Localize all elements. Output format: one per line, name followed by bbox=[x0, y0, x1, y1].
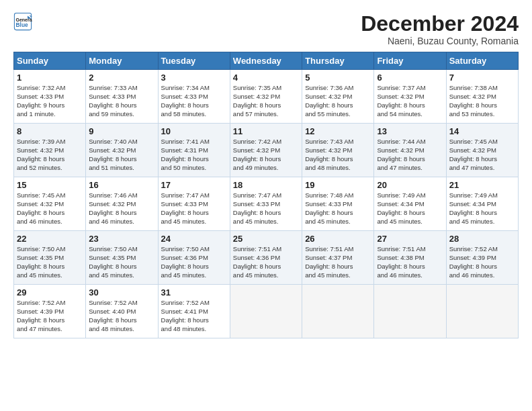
day-info: Sunrise: 7:50 AM Sunset: 4:35 PM Dayligh… bbox=[17, 245, 83, 279]
day-cell: 11Sunrise: 7:42 AM Sunset: 4:32 PM Dayli… bbox=[230, 124, 302, 177]
day-cell: 13Sunrise: 7:44 AM Sunset: 4:32 PM Dayli… bbox=[374, 124, 446, 177]
header-cell-wednesday: Wednesday bbox=[230, 52, 302, 70]
day-number: 3 bbox=[161, 73, 227, 83]
calendar-page: General Blue December 2024 Naeni, Buzau … bbox=[0, 0, 532, 411]
day-number: 5 bbox=[305, 73, 371, 83]
day-number: 4 bbox=[233, 73, 299, 83]
day-number: 23 bbox=[89, 234, 154, 244]
day-cell bbox=[230, 285, 302, 338]
day-cell: 31Sunrise: 7:52 AM Sunset: 4:41 PM Dayli… bbox=[158, 285, 230, 338]
day-info: Sunrise: 7:49 AM Sunset: 4:34 PM Dayligh… bbox=[449, 191, 515, 226]
day-info: Sunrise: 7:48 AM Sunset: 4:33 PM Dayligh… bbox=[305, 191, 371, 226]
day-cell: 12Sunrise: 7:43 AM Sunset: 4:32 PM Dayli… bbox=[302, 124, 374, 177]
day-info: Sunrise: 7:32 AM Sunset: 4:33 PM Dayligh… bbox=[17, 84, 83, 118]
location: Naeni, Buzau County, Romania bbox=[361, 36, 519, 46]
day-info: Sunrise: 7:36 AM Sunset: 4:32 PM Dayligh… bbox=[305, 84, 371, 118]
day-cell: 24Sunrise: 7:50 AM Sunset: 4:36 PM Dayli… bbox=[158, 231, 230, 285]
day-cell: 4Sunrise: 7:35 AM Sunset: 4:32 PM Daylig… bbox=[230, 70, 302, 124]
day-number: 27 bbox=[377, 234, 443, 244]
day-cell: 8Sunrise: 7:39 AM Sunset: 4:32 PM Daylig… bbox=[14, 124, 86, 177]
month-title: December 2024 bbox=[361, 12, 519, 36]
day-cell: 10Sunrise: 7:41 AM Sunset: 4:31 PM Dayli… bbox=[158, 124, 230, 177]
day-cell: 9Sunrise: 7:40 AM Sunset: 4:32 PM Daylig… bbox=[86, 124, 158, 177]
header-cell-saturday: Saturday bbox=[446, 52, 518, 70]
day-cell: 21Sunrise: 7:49 AM Sunset: 4:34 PM Dayli… bbox=[446, 177, 518, 231]
day-info: Sunrise: 7:52 AM Sunset: 4:39 PM Dayligh… bbox=[449, 245, 515, 279]
day-info: Sunrise: 7:45 AM Sunset: 4:32 PM Dayligh… bbox=[449, 138, 515, 172]
day-info: Sunrise: 7:43 AM Sunset: 4:32 PM Dayligh… bbox=[305, 138, 371, 172]
day-info: Sunrise: 7:51 AM Sunset: 4:36 PM Dayligh… bbox=[233, 245, 299, 279]
day-number: 16 bbox=[89, 180, 154, 190]
day-number: 1 bbox=[17, 73, 83, 83]
logo: General Blue bbox=[13, 12, 34, 31]
day-number: 24 bbox=[161, 234, 227, 244]
day-cell: 6Sunrise: 7:37 AM Sunset: 4:32 PM Daylig… bbox=[374, 70, 446, 124]
day-cell bbox=[374, 285, 446, 338]
calendar-table: SundayMondayTuesdayWednesdayThursdayFrid… bbox=[13, 52, 519, 338]
header: General Blue December 2024 Naeni, Buzau … bbox=[13, 12, 519, 46]
day-info: Sunrise: 7:34 AM Sunset: 4:33 PM Dayligh… bbox=[161, 84, 227, 118]
day-info: Sunrise: 7:52 AM Sunset: 4:39 PM Dayligh… bbox=[17, 299, 83, 333]
day-number: 25 bbox=[233, 234, 299, 244]
header-cell-monday: Monday bbox=[86, 52, 158, 70]
day-info: Sunrise: 7:33 AM Sunset: 4:33 PM Dayligh… bbox=[89, 84, 154, 118]
day-cell: 25Sunrise: 7:51 AM Sunset: 4:36 PM Dayli… bbox=[230, 231, 302, 285]
day-info: Sunrise: 7:51 AM Sunset: 4:37 PM Dayligh… bbox=[305, 245, 371, 279]
day-info: Sunrise: 7:51 AM Sunset: 4:38 PM Dayligh… bbox=[377, 245, 443, 279]
header-cell-tuesday: Tuesday bbox=[158, 52, 230, 70]
day-cell: 17Sunrise: 7:47 AM Sunset: 4:33 PM Dayli… bbox=[158, 177, 230, 231]
day-number: 11 bbox=[233, 126, 299, 136]
day-cell: 7Sunrise: 7:38 AM Sunset: 4:32 PM Daylig… bbox=[446, 70, 518, 124]
day-cell: 5Sunrise: 7:36 AM Sunset: 4:32 PM Daylig… bbox=[302, 70, 374, 124]
day-number: 13 bbox=[377, 126, 443, 136]
day-cell: 16Sunrise: 7:46 AM Sunset: 4:32 PM Dayli… bbox=[86, 177, 158, 231]
day-cell: 23Sunrise: 7:50 AM Sunset: 4:35 PM Dayli… bbox=[86, 231, 158, 285]
day-number: 9 bbox=[89, 126, 154, 136]
day-number: 10 bbox=[161, 126, 227, 136]
header-row: SundayMondayTuesdayWednesdayThursdayFrid… bbox=[14, 52, 519, 70]
day-cell bbox=[302, 285, 374, 338]
header-cell-thursday: Thursday bbox=[302, 52, 374, 70]
day-cell: 2Sunrise: 7:33 AM Sunset: 4:33 PM Daylig… bbox=[86, 70, 158, 124]
day-cell: 1Sunrise: 7:32 AM Sunset: 4:33 PM Daylig… bbox=[14, 70, 86, 124]
day-cell bbox=[446, 285, 518, 338]
day-info: Sunrise: 7:44 AM Sunset: 4:32 PM Dayligh… bbox=[377, 138, 443, 172]
day-cell: 30Sunrise: 7:52 AM Sunset: 4:40 PM Dayli… bbox=[86, 285, 158, 338]
day-cell: 15Sunrise: 7:45 AM Sunset: 4:32 PM Dayli… bbox=[14, 177, 86, 231]
day-cell: 3Sunrise: 7:34 AM Sunset: 4:33 PM Daylig… bbox=[158, 70, 230, 124]
header-cell-sunday: Sunday bbox=[14, 52, 86, 70]
day-number: 14 bbox=[449, 126, 515, 136]
day-number: 17 bbox=[161, 180, 227, 190]
day-info: Sunrise: 7:38 AM Sunset: 4:32 PM Dayligh… bbox=[449, 84, 515, 118]
day-number: 22 bbox=[17, 234, 83, 244]
day-info: Sunrise: 7:47 AM Sunset: 4:33 PM Dayligh… bbox=[161, 191, 227, 226]
day-info: Sunrise: 7:41 AM Sunset: 4:31 PM Dayligh… bbox=[161, 138, 227, 172]
week-row-1: 1Sunrise: 7:32 AM Sunset: 4:33 PM Daylig… bbox=[14, 70, 519, 124]
day-number: 26 bbox=[305, 234, 371, 244]
header-cell-friday: Friday bbox=[374, 52, 446, 70]
day-number: 15 bbox=[17, 180, 83, 190]
day-number: 6 bbox=[377, 73, 443, 83]
day-cell: 19Sunrise: 7:48 AM Sunset: 4:33 PM Dayli… bbox=[302, 177, 374, 231]
day-cell: 29Sunrise: 7:52 AM Sunset: 4:39 PM Dayli… bbox=[14, 285, 86, 338]
day-cell: 14Sunrise: 7:45 AM Sunset: 4:32 PM Dayli… bbox=[446, 124, 518, 177]
day-cell: 27Sunrise: 7:51 AM Sunset: 4:38 PM Dayli… bbox=[374, 231, 446, 285]
day-number: 30 bbox=[89, 287, 154, 298]
day-number: 7 bbox=[449, 73, 515, 83]
day-number: 8 bbox=[17, 126, 83, 136]
day-info: Sunrise: 7:39 AM Sunset: 4:32 PM Dayligh… bbox=[17, 138, 83, 172]
day-info: Sunrise: 7:47 AM Sunset: 4:33 PM Dayligh… bbox=[233, 191, 299, 226]
calendar-header: SundayMondayTuesdayWednesdayThursdayFrid… bbox=[14, 52, 519, 70]
day-cell: 18Sunrise: 7:47 AM Sunset: 4:33 PM Dayli… bbox=[230, 177, 302, 231]
day-cell: 22Sunrise: 7:50 AM Sunset: 4:35 PM Dayli… bbox=[14, 231, 86, 285]
day-info: Sunrise: 7:52 AM Sunset: 4:41 PM Dayligh… bbox=[161, 299, 227, 333]
title-block: December 2024 Naeni, Buzau County, Roman… bbox=[361, 12, 519, 46]
day-number: 20 bbox=[377, 180, 443, 190]
week-row-2: 8Sunrise: 7:39 AM Sunset: 4:32 PM Daylig… bbox=[14, 124, 519, 177]
day-cell: 26Sunrise: 7:51 AM Sunset: 4:37 PM Dayli… bbox=[302, 231, 374, 285]
day-info: Sunrise: 7:46 AM Sunset: 4:32 PM Dayligh… bbox=[89, 191, 154, 226]
day-number: 31 bbox=[161, 287, 227, 298]
day-number: 28 bbox=[449, 234, 515, 244]
week-row-5: 29Sunrise: 7:52 AM Sunset: 4:39 PM Dayli… bbox=[14, 285, 519, 338]
day-number: 21 bbox=[449, 180, 515, 190]
